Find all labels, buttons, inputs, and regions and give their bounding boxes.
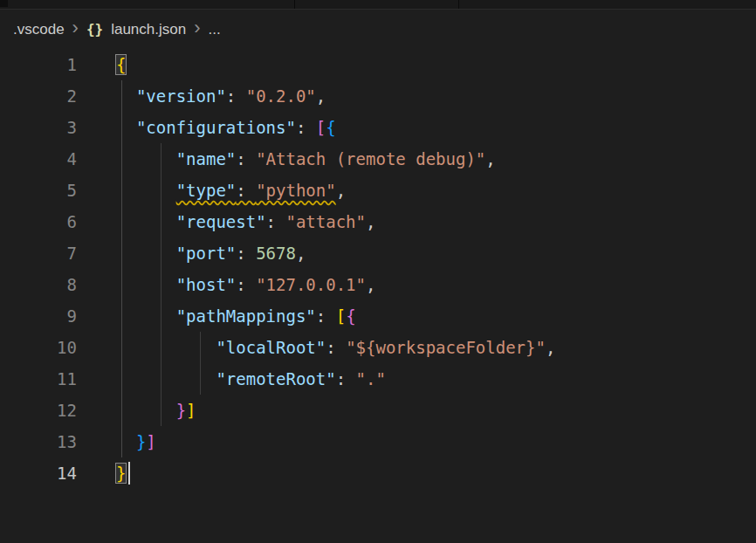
matched-bracket: }: [116, 464, 126, 483]
line-number[interactable]: 6: [0, 206, 77, 237]
chevron-right-icon: ›: [194, 18, 200, 40]
code-line[interactable]: 6 "request": "attach",: [0, 206, 756, 237]
breadcrumb-folder[interactable]: .vscode: [13, 21, 65, 38]
code-token: :: [236, 181, 256, 200]
code-token: {: [346, 306, 355, 326]
code-content: "localRoot": "${workspaceFolder}",: [77, 332, 555, 363]
code-token: }: [136, 432, 146, 451]
code-token: 5678: [256, 244, 296, 263]
code-line[interactable]: 7 "port": 5678,: [0, 237, 756, 269]
matched-bracket: {: [116, 55, 126, 74]
code-token: :: [296, 118, 316, 137]
line-number[interactable]: 5: [0, 175, 77, 206]
code-line[interactable]: 11 "remoteRoot": ".": [0, 363, 756, 395]
code-token: ,: [316, 86, 326, 106]
line-number[interactable]: 14: [0, 457, 77, 489]
line-number[interactable]: 3: [0, 112, 77, 143]
code-token: :: [336, 369, 356, 388]
code-token: "configurations": [136, 118, 296, 137]
text-cursor: [128, 462, 130, 485]
breadcrumb-symbols-ellipsis[interactable]: ...: [209, 21, 221, 38]
code-token: ,: [296, 244, 306, 263]
tab-bar-edge: [0, 0, 756, 10]
editor-code-area[interactable]: 1{2 "version": "0.2.0",3 "configurations…: [0, 49, 756, 489]
code-token: [: [336, 306, 346, 326]
line-number[interactable]: 9: [0, 300, 77, 332]
code-token: "0.2.0": [246, 86, 316, 106]
code-token: "attach": [285, 212, 366, 231]
code-token: "version": [136, 86, 226, 106]
line-number[interactable]: 12: [0, 395, 77, 426]
code-token: "pathMappings": [176, 306, 316, 326]
code-content: }]: [77, 395, 196, 426]
code-token: "name": [176, 149, 237, 168]
line-number[interactable]: 13: [0, 426, 77, 457]
code-token: :: [316, 306, 336, 326]
code-token: ,: [485, 149, 495, 168]
breadcrumb-file[interactable]: launch.json: [111, 21, 186, 38]
code-token: ,: [336, 181, 346, 200]
code-token: ]: [146, 432, 155, 451]
code-token: ,: [366, 212, 375, 231]
code-lines: 1{2 "version": "0.2.0",3 "configurations…: [0, 49, 756, 489]
code-line[interactable]: 1{: [0, 49, 756, 80]
code-token: "request": [176, 212, 266, 231]
code-line[interactable]: 4 "name": "Attach (remote debug)",: [0, 143, 756, 175]
code-line[interactable]: 8 "host": "127.0.0.1",: [0, 269, 756, 300]
code-token: ,: [546, 338, 555, 357]
code-token: "python": [256, 181, 336, 200]
window-corner: [0, 0, 8, 7]
code-token: :: [236, 275, 256, 294]
line-number[interactable]: 7: [0, 237, 77, 269]
code-token: ,: [366, 275, 375, 294]
tab-separator: [458, 0, 459, 9]
code-line[interactable]: 13 }]: [0, 426, 756, 457]
code-line[interactable]: 10 "localRoot": "${workspaceFolder}",: [0, 332, 756, 363]
line-number[interactable]: 8: [0, 269, 77, 300]
code-token: "port": [176, 244, 237, 263]
chevron-right-icon: ›: [72, 18, 79, 40]
code-content: }]: [77, 426, 156, 457]
code-token: }: [176, 401, 186, 420]
code-token: ".": [356, 369, 386, 388]
code-content: "pathMappings": [{: [77, 300, 356, 332]
code-token: "${workspaceFolder}": [346, 338, 546, 357]
code-token: :: [226, 86, 246, 106]
code-token: "remoteRoot": [216, 369, 335, 388]
code-content: "host": "127.0.0.1",: [77, 269, 375, 300]
code-content: "type": "python",: [77, 175, 346, 206]
code-content: }: [77, 457, 130, 489]
tab-separator: [294, 0, 295, 9]
code-content: "name": "Attach (remote debug)",: [77, 143, 496, 175]
code-token: {: [326, 118, 335, 137]
code-line[interactable]: 12 }]: [0, 395, 756, 426]
line-number[interactable]: 10: [0, 332, 77, 363]
code-token: "type": [176, 181, 237, 200]
code-token: :: [266, 212, 286, 231]
code-line[interactable]: 9 "pathMappings": [{: [0, 300, 756, 332]
line-number[interactable]: 4: [0, 143, 77, 175]
code-token: :: [236, 149, 256, 168]
code-token: "Attach (remote debug)": [256, 149, 485, 168]
code-content: {: [77, 49, 126, 80]
code-line[interactable]: 5 "type": "python",: [0, 175, 756, 206]
code-line[interactable]: 2 "version": "0.2.0",: [0, 80, 756, 112]
editor-window: .vscode › {} launch.json › ... 1{2 "vers…: [0, 0, 756, 543]
code-token: :: [236, 244, 256, 263]
code-content: "configurations": [{: [77, 112, 336, 143]
code-line[interactable]: 14}: [0, 457, 756, 489]
code-token: ]: [186, 401, 196, 420]
warning-squiggle: "type": "python": [176, 181, 336, 200]
code-line[interactable]: 3 "configurations": [{: [0, 112, 756, 143]
line-number[interactable]: 1: [0, 49, 77, 80]
line-number[interactable]: 2: [0, 80, 77, 112]
json-file-icon: {}: [86, 21, 103, 38]
code-token: :: [326, 338, 346, 357]
code-content: "port": 5678,: [77, 237, 306, 269]
line-number[interactable]: 11: [0, 363, 77, 395]
breadcrumb: .vscode › {} launch.json › ...: [0, 10, 756, 49]
code-token: "127.0.0.1": [256, 275, 366, 294]
code-content: "request": "attach",: [77, 206, 375, 237]
code-content: "remoteRoot": ".": [77, 363, 386, 395]
code-token: [: [316, 118, 326, 137]
